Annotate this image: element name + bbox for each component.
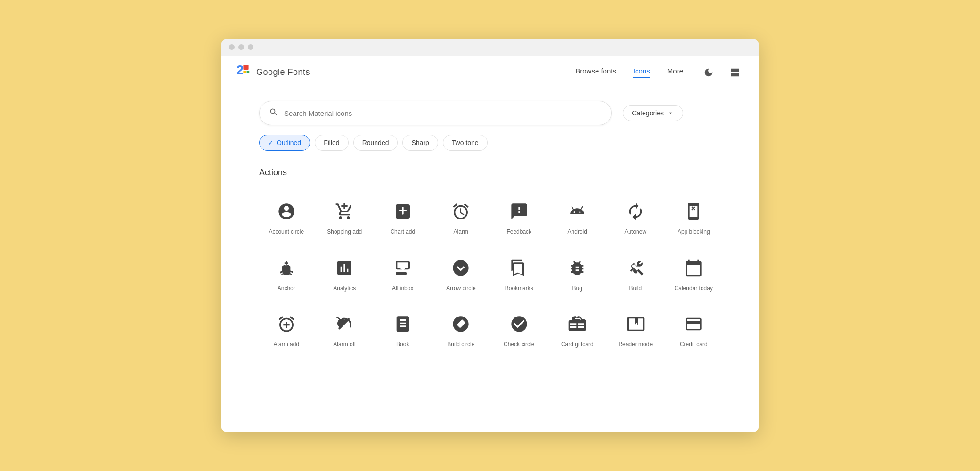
alarm-add-label: Alarm add <box>273 341 299 349</box>
svg-rect-3 <box>247 71 250 73</box>
icon-anchor[interactable]: Anchor <box>259 247 314 300</box>
card-giftcard-icon <box>566 313 588 335</box>
check-circle-label: Check circle <box>504 341 534 349</box>
icon-reader-mode[interactable]: Reader mode <box>608 303 663 356</box>
book-icon <box>392 313 414 335</box>
icon-alarm[interactable]: Alarm <box>434 191 489 244</box>
icon-alarm-off[interactable]: Alarm off <box>318 303 372 356</box>
bug-label: Bug <box>572 285 582 292</box>
check-circle-icon <box>508 313 531 335</box>
icon-alarm-add[interactable]: Alarm add <box>259 303 314 356</box>
nav-icons-area <box>700 64 743 81</box>
categories-button[interactable]: Categories <box>623 105 683 121</box>
book-label: Book <box>396 341 409 349</box>
arrow-circle-label: Arrow circle <box>446 285 476 292</box>
android-icon <box>566 200 588 223</box>
nav-links: Browse fonts Icons More <box>575 67 683 78</box>
grid-view-button[interactable] <box>727 64 743 81</box>
icon-arrow-circle[interactable]: Arrow circle <box>434 247 489 300</box>
calendar-today-label: Calendar today <box>675 285 713 292</box>
browser-dot-yellow <box>238 44 244 50</box>
account-circle-label: Account circle <box>269 228 304 236</box>
autonew-icon <box>624 200 647 223</box>
section-title-actions: Actions <box>259 168 721 178</box>
search-section: Categories <box>221 89 759 125</box>
credit-card-label: Credit card <box>680 341 708 349</box>
anchor-label: Anchor <box>278 285 295 292</box>
android-label: Android <box>568 228 587 236</box>
alarm-label: Alarm <box>454 228 468 236</box>
icon-build-circle[interactable]: Build circle <box>434 303 489 356</box>
icon-card-giftcard[interactable]: Card giftcard <box>550 303 605 356</box>
anchor-icon <box>275 257 298 279</box>
arrow-circle-icon <box>449 257 472 279</box>
logo-icon: 2 <box>237 63 252 81</box>
analytics-label: Analytics <box>333 285 356 292</box>
alarm-icon <box>449 200 472 223</box>
icon-bug[interactable]: Bug <box>550 247 605 300</box>
header: 2 Google Fonts Browse fonts Icons More <box>221 56 759 89</box>
alarm-add-icon <box>275 313 298 335</box>
all-inbox-icon <box>392 257 414 279</box>
all-inbox-label: All inbox <box>392 285 413 292</box>
logo-area: 2 Google Fonts <box>237 63 575 81</box>
nav-browse-fonts[interactable]: Browse fonts <box>575 67 616 78</box>
icon-account-circle[interactable]: Account circle <box>259 191 314 244</box>
alarm-off-icon <box>333 313 356 335</box>
autonew-label: Autonew <box>624 228 646 236</box>
main-content: 2 Google Fonts Browse fonts Icons More <box>221 56 759 432</box>
credit-card-icon <box>682 313 705 335</box>
browser-bar <box>221 39 759 56</box>
svg-text:2: 2 <box>237 63 244 77</box>
pill-two-tone[interactable]: Two tone <box>443 135 488 151</box>
build-circle-icon <box>449 313 472 335</box>
icon-analytics[interactable]: Analytics <box>318 247 372 300</box>
filter-pills: ✓ Outlined Filled Rounded Sharp Two tone <box>221 125 759 151</box>
nav-icons[interactable]: Icons <box>633 67 650 78</box>
icon-app-blocking[interactable]: App blocking <box>667 191 721 244</box>
icon-android[interactable]: Android <box>550 191 605 244</box>
chart-add-label: Chart add <box>390 228 415 236</box>
bug-icon <box>566 257 588 279</box>
icon-calendar-today[interactable]: Calendar today <box>667 247 721 300</box>
actions-section: Actions Account circle Shopping add <box>221 151 759 360</box>
browser-dot-red <box>229 44 235 50</box>
icon-build[interactable]: Build <box>608 247 663 300</box>
feedback-icon <box>508 200 531 223</box>
analytics-icon <box>333 257 356 279</box>
icon-grid-row1: Account circle Shopping add Chart add <box>259 191 721 247</box>
icon-check-circle[interactable]: Check circle <box>492 303 547 356</box>
build-icon <box>624 257 647 279</box>
icon-grid-row2: Anchor Analytics All inbox <box>259 247 721 304</box>
svg-rect-1 <box>243 65 248 70</box>
build-circle-label: Build circle <box>447 341 474 349</box>
pill-filled[interactable]: Filled <box>315 135 348 151</box>
icon-feedback[interactable]: Feedback <box>492 191 547 244</box>
pill-sharp[interactable]: Sharp <box>402 135 438 151</box>
icon-credit-card[interactable]: Credit card <box>667 303 721 356</box>
app-blocking-icon <box>682 200 705 223</box>
build-label: Build <box>629 285 642 292</box>
icon-all-inbox[interactable]: All inbox <box>376 247 430 300</box>
icon-shopping-add[interactable]: Shopping add <box>318 191 372 244</box>
icon-bookmarks[interactable]: Bookmarks <box>492 247 547 300</box>
search-bar <box>259 101 612 125</box>
shopping-add-label: Shopping add <box>327 228 362 236</box>
icon-book[interactable]: Book <box>376 303 430 356</box>
bookmarks-icon <box>508 257 531 279</box>
icon-autonew[interactable]: Autonew <box>608 191 663 244</box>
check-icon: ✓ <box>268 139 274 146</box>
shopping-add-icon <box>333 200 356 223</box>
chart-add-icon <box>392 200 414 223</box>
dark-mode-button[interactable] <box>700 64 717 81</box>
svg-rect-2 <box>243 71 246 73</box>
nav-more[interactable]: More <box>667 67 683 78</box>
account-circle-icon <box>275 200 298 223</box>
icon-chart-add[interactable]: Chart add <box>376 191 430 244</box>
pill-outlined[interactable]: ✓ Outlined <box>259 135 310 151</box>
reader-mode-label: Reader mode <box>618 341 653 349</box>
search-input[interactable] <box>284 109 602 117</box>
card-giftcard-label: Card giftcard <box>561 341 594 349</box>
search-icon <box>269 107 278 119</box>
pill-rounded[interactable]: Rounded <box>353 135 398 151</box>
